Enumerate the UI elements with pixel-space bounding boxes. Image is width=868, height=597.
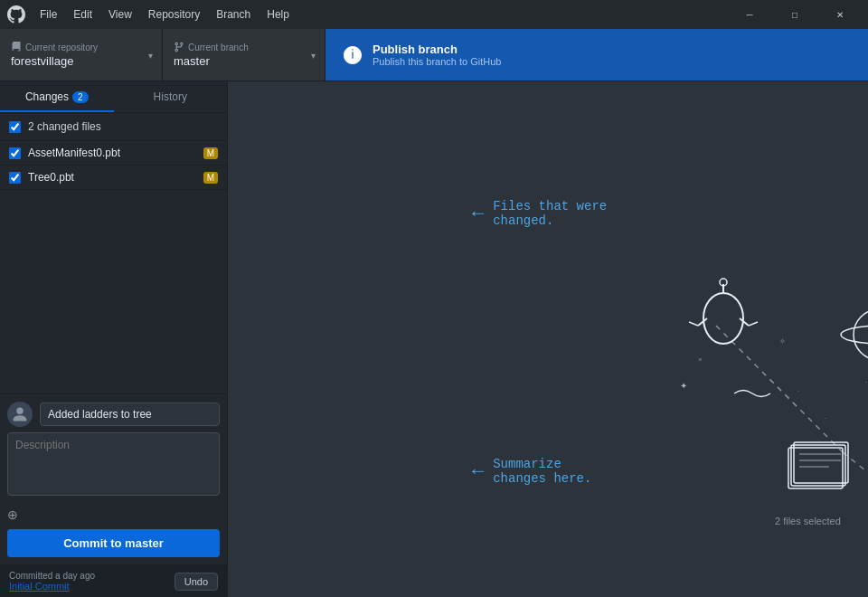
illustration: ✦ ✧ ✦ + · · × · [644,253,868,543]
avatar [7,402,33,427]
last-commit-info: Committed a day ago Initial Commit [9,571,95,592]
file-badge-1: M [203,172,218,184]
commit-button[interactable]: Commit to master [7,529,220,557]
repo-name: forestvillage [11,54,151,68]
file-checkbox-0[interactable] [9,147,21,159]
tab-history[interactable]: History [114,81,228,112]
changed-files-label: 2 changed files [28,120,101,133]
file-checkbox-1[interactable] [9,172,21,184]
branch-selector[interactable]: Current branch master ▾ [163,29,326,81]
svg-text:·: · [865,378,867,386]
svg-point-10 [841,326,868,344]
file-item-0[interactable]: AssetManifest0.pbt M [0,141,227,166]
branch-name: master [174,54,314,68]
repo-chevron-icon: ▾ [148,50,153,60]
publish-button[interactable]: Publish branch Publish this branch to Gi… [326,29,868,81]
svg-rect-12 [791,445,845,486]
svg-text:×: × [698,355,703,364]
arrow-left-icon: ← [472,203,484,225]
menu-view[interactable]: View [101,5,139,24]
repo-label: Current repository [11,42,151,52]
maximize-button[interactable]: □ [774,0,816,29]
window-controls: ─ □ ✕ [729,0,861,29]
file-badge-0: M [203,147,218,159]
publish-icon [344,46,362,64]
svg-text:·: · [825,414,826,422]
tab-changes[interactable]: Changes2 [0,81,114,112]
svg-text:✦: ✦ [680,381,687,391]
toolbar: Current repository forestvillage ▾ Curre… [0,29,868,81]
annotation-summary: ← Summarize changes here. [472,457,591,486]
commit-summary-row [7,402,220,427]
publish-text: Publish branch Publish this branch to Gi… [373,43,501,67]
arrow-left-icon-2: ← [472,460,484,483]
menu-repository[interactable]: Repository [141,5,207,24]
branch-label: Current branch [174,42,314,52]
main-content: Changes2 History 2 changed files AssetMa… [0,81,868,597]
description-textarea[interactable] [7,432,220,496]
svg-line-6 [740,318,749,326]
svg-line-7 [689,322,698,326]
files-selected-label: 2 files selected [775,516,841,526]
annotation-summary-text: Summarize changes here. [493,457,591,486]
coauthor-icon: ⊕ [7,507,18,522]
svg-line-8 [749,322,758,326]
sidebar-tabs: Changes2 History [0,81,227,113]
sidebar: Changes2 History 2 changed files AssetMa… [0,81,228,597]
publish-title: Publish branch [373,43,501,56]
last-commit-message[interactable]: Initial Commit [9,581,95,592]
sidebar-spacer [0,268,227,394]
svg-text:·: · [797,387,799,395]
menu-bar: File Edit View Repository Branch Help [33,5,297,24]
file-name-0: AssetManifest0.pbt [28,147,203,159]
svg-line-5 [698,318,707,326]
github-logo [7,5,25,24]
minimize-button[interactable]: ─ [729,0,770,29]
select-all-checkbox[interactable] [9,121,21,133]
annotation-files-text: Files that were changed. [493,199,607,228]
file-name-1: Tree0.pbt [28,171,203,184]
annotation-files: ← Files that were changed. [472,199,607,228]
menu-help[interactable]: Help [259,5,297,24]
changed-files-header: 2 changed files [0,113,227,141]
commit-area: ⊕ Commit to master [0,393,227,564]
changes-badge: 2 [72,91,89,103]
undo-button[interactable]: Undo [175,573,218,591]
file-list: AssetManifest0.pbt M Tree0.pbt M [0,141,227,268]
menu-file[interactable]: File [33,5,64,24]
publish-subtitle: Publish this branch to GitHub [373,56,501,67]
svg-point-2 [703,293,743,344]
menu-edit[interactable]: Edit [66,5,99,24]
close-button[interactable]: ✕ [819,0,861,29]
last-commit-bar: Committed a day ago Initial Commit Undo [0,564,227,597]
content-area: ← Files that were changed. ← Summarize c… [228,81,868,597]
repository-selector[interactable]: Current repository forestvillage ▾ [0,29,163,81]
svg-text:✧: ✧ [779,337,786,346]
menu-branch[interactable]: Branch [209,5,258,24]
coauthor-row: ⊕ [7,504,220,526]
svg-point-9 [854,309,868,360]
last-commit-time: Committed a day ago [9,571,95,581]
titlebar: File Edit View Repository Branch Help ─ … [0,0,868,29]
commit-summary-input[interactable] [40,403,220,426]
branch-chevron-icon: ▾ [311,50,316,60]
file-item-1[interactable]: Tree0.pbt M [0,166,227,190]
